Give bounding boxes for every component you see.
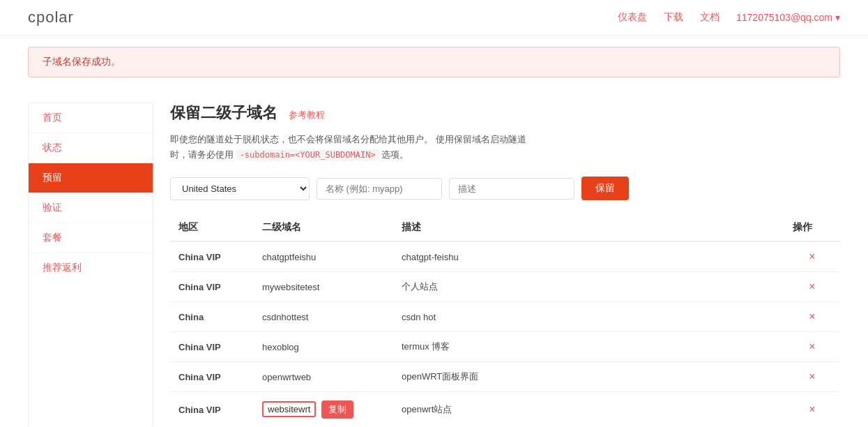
th-action: 操作 (784, 214, 840, 241)
content-area: 保留二级子域名 参考教程 即使您的隧道处于脱机状态，也不会将保留域名分配给其他用… (170, 103, 840, 427)
nav-docs[interactable]: 文档 (700, 11, 719, 24)
desc-code: -subdomain=<YOUR_SUBDOMAIN> (236, 149, 379, 160)
sidebar-item-plan[interactable]: 套餐 (29, 223, 153, 253)
nav-download[interactable]: 下载 (664, 11, 683, 24)
cell-region: China (170, 302, 254, 332)
data-table: 地区 二级域名 描述 操作 China VIPchatgptfeishuchat… (170, 214, 840, 427)
form-row: United States China China VIP 保留 (170, 177, 840, 200)
logo: cpolar (28, 8, 74, 27)
cell-action: × (784, 392, 840, 427)
delete-button[interactable]: × (809, 280, 815, 293)
cell-region: China VIP (170, 332, 254, 362)
copy-button[interactable]: 复制 (321, 400, 353, 419)
cell-region: China VIP (170, 362, 254, 392)
sidebar-item-home[interactable]: 首页 (29, 103, 153, 133)
delete-button[interactable]: × (809, 310, 815, 323)
nav-user[interactable]: 1172075103@qq.com ▾ (736, 12, 840, 23)
cell-subdomain: openwrtweb (254, 362, 393, 392)
tutorial-link[interactable]: 参考教程 (289, 109, 325, 121)
desc-line3: 选项。 (381, 149, 409, 160)
th-desc: 描述 (393, 214, 784, 241)
sidebar-item-verify[interactable]: 验证 (29, 193, 153, 223)
alert-banner: 子域名保存成功。 (28, 47, 840, 77)
table-header-row: 地区 二级域名 描述 操作 (170, 214, 840, 241)
cell-desc: 个人站点 (393, 272, 784, 302)
table-row: China VIPwebsitewrt复制openwrt站点× (170, 392, 840, 427)
header: cpolar 仪表盘 下载 文档 1172075103@qq.com ▾ (0, 0, 868, 36)
table-row: China VIPopenwrtwebopenWRT面板界面× (170, 362, 840, 392)
page-description: 即使您的隧道处于脱机状态，也不会将保留域名分配给其他用户。 使用保留域名启动隧道… (170, 132, 840, 163)
cell-subdomain: csdnhottest (254, 302, 393, 332)
cell-desc: termux 博客 (393, 332, 784, 362)
delete-button[interactable]: × (809, 250, 815, 263)
sidebar-item-status[interactable]: 状态 (29, 133, 153, 163)
highlighted-subdomain-value: websitewrt (262, 401, 316, 417)
table-row: China VIPchatgptfeishuchatgpt-feishu× (170, 241, 840, 272)
cell-action: × (784, 362, 840, 392)
cell-action: × (784, 332, 840, 362)
region-select[interactable]: United States China China VIP (170, 177, 310, 200)
desc-input[interactable] (449, 178, 574, 200)
cell-action: × (784, 241, 840, 272)
cell-region: China VIP (170, 272, 254, 302)
name-input[interactable] (317, 178, 442, 200)
main-layout: 首页 状态 预留 验证 套餐 推荐返利 保留二级子域名 参考教程 即使您的隧道处… (0, 89, 868, 427)
cell-desc: csdn hot (393, 302, 784, 332)
desc-line1: 即使您的隧道处于脱机状态，也不会将保留域名分配给其他用户。 使用保留域名启动隧道 (170, 134, 526, 144)
cell-subdomain: mywebsitetest (254, 272, 393, 302)
cell-desc: openwrt站点 (393, 392, 784, 427)
cell-desc: chatgpt-feishu (393, 241, 784, 272)
cell-desc: openWRT面板界面 (393, 362, 784, 392)
delete-button[interactable]: × (809, 340, 815, 353)
th-subdomain: 二级域名 (254, 214, 393, 241)
cell-action: × (784, 302, 840, 332)
nav-dashboard[interactable]: 仪表盘 (618, 11, 647, 24)
cell-region: China VIP (170, 241, 254, 272)
cell-subdomain: chatgptfeishu (254, 241, 393, 272)
th-region: 地区 (170, 214, 254, 241)
cell-region: China VIP (170, 392, 254, 427)
table-row: China VIPmywebsitetest个人站点× (170, 272, 840, 302)
sidebar-item-reserve[interactable]: 预留 (29, 163, 153, 193)
desc-line2: 时，请务必使用 (170, 149, 234, 160)
delete-button[interactable]: × (809, 370, 815, 383)
sidebar: 首页 状态 预留 验证 套餐 推荐返利 (28, 103, 153, 427)
alert-message: 子域名保存成功。 (43, 56, 121, 67)
sidebar-item-referral[interactable]: 推荐返利 (29, 253, 153, 283)
save-button[interactable]: 保留 (581, 177, 629, 200)
table-row: China VIPhexoblogtermux 博客× (170, 332, 840, 362)
page-header: 保留二级子域名 参考教程 (170, 103, 840, 123)
delete-button[interactable]: × (809, 403, 815, 416)
table-row: Chinacsdnhottestcsdn hot× (170, 302, 840, 332)
cell-subdomain: hexoblog (254, 332, 393, 362)
cell-action: × (784, 272, 840, 302)
cell-subdomain: websitewrt复制 (254, 392, 393, 427)
page-title: 保留二级子域名 (170, 103, 277, 123)
nav: 仪表盘 下载 文档 1172075103@qq.com ▾ (618, 11, 840, 24)
